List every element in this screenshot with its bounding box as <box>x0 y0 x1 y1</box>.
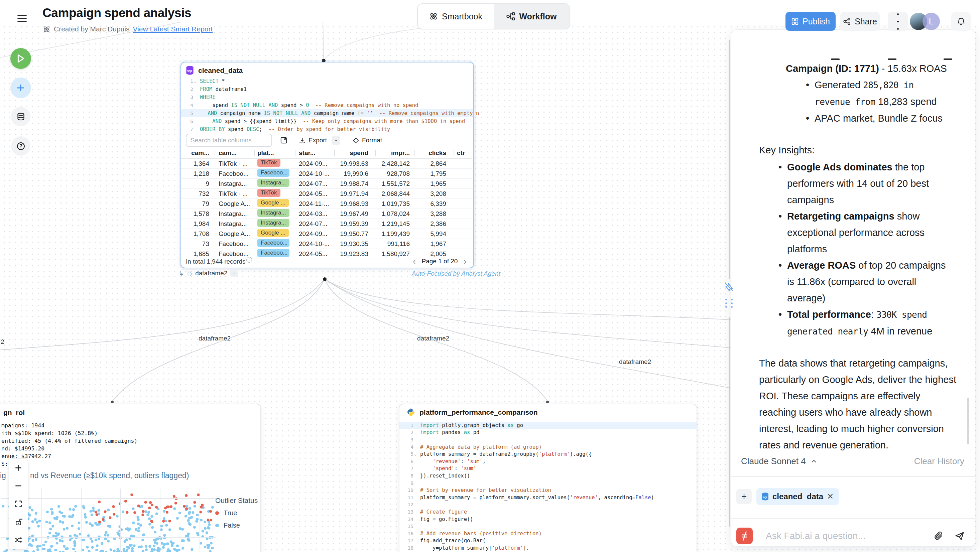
table-row[interactable]: 1,364TikTok - ...TikTok2024-09...19,993.… <box>181 159 472 169</box>
column-header[interactable]: star... <box>295 150 334 157</box>
table-cell: 2,428,142 <box>375 160 414 167</box>
chat-input[interactable]: Ask Fabi.ai a question... <box>766 531 866 541</box>
result-table[interactable]: cam...cam...plat...star...spendimpr...cl… <box>181 147 472 259</box>
attach-paperclip-icon[interactable] <box>933 531 943 541</box>
sql-code-editor[interactable]: 1⌄SELECT *2FROM dataframe13WHERE4 spend … <box>181 77 473 133</box>
send-icon[interactable] <box>954 531 965 541</box>
code-line[interactable]: 18 y=platform_summary['platform'], <box>399 544 697 552</box>
key-insights-list: Google Ads dominates the top performers … <box>778 159 955 340</box>
autoscale-button[interactable] <box>9 495 28 513</box>
code-line[interactable]: 6 AND spend > {{spend_limit}} -- Keep on… <box>181 117 473 125</box>
table-row[interactable]: 73Faceboo...Faceboo...2024-10-...19,930.… <box>181 239 472 249</box>
column-header[interactable]: cam... <box>215 150 254 157</box>
table-row[interactable]: 1,578Instagra...Instagra...2024-03...19,… <box>181 209 472 219</box>
code-line[interactable]: 7 'spend': 'sum' <box>399 465 697 472</box>
search-input[interactable] <box>186 134 272 147</box>
column-header[interactable]: ctr <box>453 150 472 157</box>
share-button[interactable]: Share <box>840 12 880 31</box>
node-cleaned-data[interactable]: SQL cleaned_data 1⌄SELECT *2FROM datafra… <box>180 62 474 268</box>
node-platform-performance-comparison[interactable]: platform_performance_comparison 1import … <box>399 404 697 552</box>
table-row[interactable]: 732TikTok - ...TikTok2024-05...19,971.94… <box>181 189 472 199</box>
column-header[interactable]: impr... <box>375 150 414 157</box>
tab-smartbook[interactable]: Smartbook <box>418 4 494 29</box>
code-line[interactable]: 17fig.add_trace(go.Bar( <box>399 537 697 545</box>
hamburger-menu-icon[interactable] <box>18 15 27 23</box>
table-row[interactable]: 1,708Google A...Google ...2024-09...19,9… <box>181 229 472 239</box>
chip-close-icon[interactable]: ✕ <box>827 492 834 501</box>
export-button[interactable]: Export <box>299 136 340 145</box>
notifications-button[interactable] <box>951 12 970 31</box>
code-line[interactable]: 2import pandas as pd <box>399 429 697 436</box>
model-selector[interactable]: Claude Sonnet 4 <box>741 456 817 466</box>
publish-button[interactable]: Publish <box>786 12 835 31</box>
format-button[interactable]: Format <box>352 137 382 144</box>
legend-item-false[interactable]: False <box>215 522 258 529</box>
code-line[interactable]: 7ORDER BY spend DESC; -- Order by spend … <box>181 125 473 133</box>
zoom-out-button[interactable] <box>9 477 28 495</box>
fold-chevron-icon[interactable]: ⌄ <box>414 452 419 457</box>
node-campaign-roi[interactable]: gn_roi mpaigns: 1944ith ≥$10k spend: 102… <box>0 404 261 552</box>
legend-item-true[interactable]: True <box>215 509 258 517</box>
column-header[interactable]: cam... <box>181 150 215 157</box>
output-options-icon[interactable]: ⋮ <box>230 270 238 277</box>
code-line[interactable]: 4# Aggregate data by platform (ad group) <box>399 444 697 451</box>
view-latest-smart-report-link[interactable]: View Latest Smart Report <box>133 25 213 33</box>
data-sources-button[interactable] <box>11 107 30 126</box>
table-row[interactable]: 1,218Faceboo...Faceboo...2024-10-...19,9… <box>181 169 472 179</box>
code-line[interactable]: 2FROM dataframe1 <box>181 85 473 93</box>
python-code-editor[interactable]: 1import plotly.graph_objects as go2impor… <box>399 422 697 552</box>
code-line[interactable]: 1import plotly.graph_objects as go <box>399 422 697 429</box>
svg-text:SQL: SQL <box>763 496 768 499</box>
code-line[interactable]: 8}).reset_index() <box>399 472 697 479</box>
code-line[interactable]: 9 <box>399 479 697 487</box>
code-line[interactable]: 11platform_summary = platform_summary.so… <box>399 494 697 501</box>
code-line[interactable]: 3WHERE <box>181 93 473 101</box>
legend-title: Outlier Status <box>215 496 258 504</box>
more-options-button[interactable] <box>888 12 908 31</box>
page-indicator: Page 1 of 20 <box>422 258 458 265</box>
code-line[interactable]: 12 <box>399 501 697 509</box>
code-line[interactable]: 3 <box>399 436 697 444</box>
clear-history-button[interactable]: Clear History <box>914 456 964 466</box>
export-chevron-down-icon[interactable] <box>332 136 340 145</box>
panel-scrollbar[interactable] <box>967 398 969 444</box>
code-line[interactable]: 5 AND campaign_name IS NOT NULL AND camp… <box>181 109 473 117</box>
code-line[interactable]: 4 spend IS NOT NULL AND spend > 0 -- Rem… <box>181 101 473 109</box>
scatter-plot[interactable] <box>1 488 221 552</box>
expand-table-icon[interactable] <box>280 137 288 144</box>
context-chip-cleaned-data[interactable]: SQL cleaned_data ✕ <box>756 488 839 505</box>
avatar-initial[interactable]: L <box>923 13 940 30</box>
fold-chevron-icon[interactable]: ⌄ <box>194 79 199 84</box>
code-line[interactable]: 1⌄SELECT * <box>181 77 473 85</box>
column-header[interactable]: spend <box>334 150 375 157</box>
help-button[interactable] <box>11 136 30 156</box>
output-dataframe-label[interactable]: dataframe2 <box>195 270 227 277</box>
table-row[interactable]: 1,984Instagra...Instagra...2024-07...19,… <box>181 219 472 229</box>
shuffle-button[interactable] <box>9 531 28 549</box>
code-line[interactable]: 16# Add revenue bars (positive direction… <box>399 530 697 537</box>
code-line[interactable]: 14fig = go.Figure() <box>399 515 697 523</box>
table-header-row: cam...cam...plat...star...spendimpr...cl… <box>181 147 472 159</box>
table-cell: 2024-03... <box>295 210 334 218</box>
lock-axes-button[interactable] <box>9 513 28 531</box>
output-port-dot[interactable] <box>323 277 326 281</box>
tab-workflow[interactable]: Workflow <box>494 4 570 29</box>
zoom-in-button[interactable] <box>9 459 28 477</box>
code-line[interactable]: 6 'revenue': 'sum', <box>399 458 697 465</box>
column-header[interactable]: clicks <box>414 150 453 157</box>
code-line[interactable]: 13# Create figure <box>399 508 697 515</box>
table-row[interactable]: 9Instagra...Instagra...2024-07...19,988.… <box>181 179 472 189</box>
code-line[interactable]: 10# Sort by revenue for better visualiza… <box>399 487 697 494</box>
run-workflow-button[interactable] <box>10 48 31 69</box>
add-context-button[interactable]: + <box>737 489 752 504</box>
table-row[interactable]: 79Google A...Google ...2024-11-...19,968… <box>181 199 472 209</box>
code-line[interactable]: 5⌄platform_summary = dataframe2.groupby(… <box>399 450 697 458</box>
unpin-icon[interactable] <box>723 282 735 293</box>
panel-drag-handle[interactable] <box>725 299 733 308</box>
code-line[interactable]: 15 <box>399 523 697 530</box>
prev-page-button[interactable]: ‹ <box>413 257 416 266</box>
add-node-button[interactable] <box>10 78 31 98</box>
next-page-button[interactable]: › <box>464 257 466 266</box>
column-header[interactable]: plat... <box>254 150 295 157</box>
info-icon[interactable]: i <box>247 257 252 262</box>
